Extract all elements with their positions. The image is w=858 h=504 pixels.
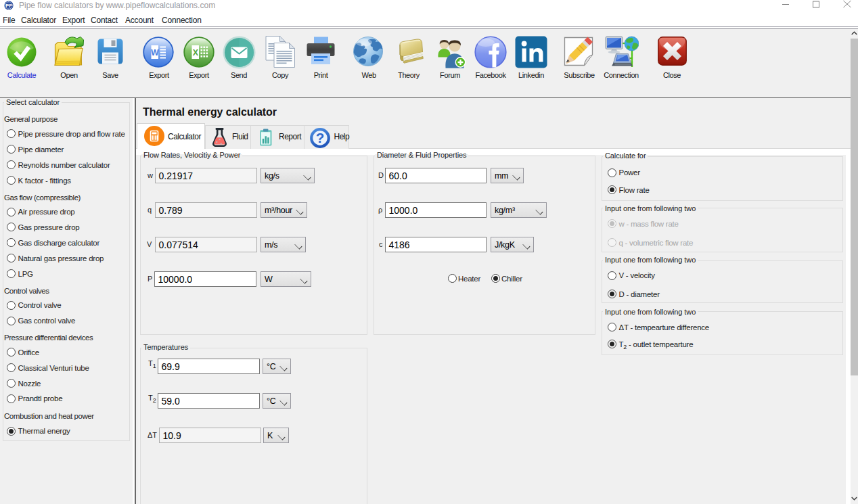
svg-text:PF: PF [5,3,12,9]
svg-text:W: W [151,48,159,58]
svg-text:?: ? [316,130,325,145]
svg-text:X: X [193,48,199,58]
